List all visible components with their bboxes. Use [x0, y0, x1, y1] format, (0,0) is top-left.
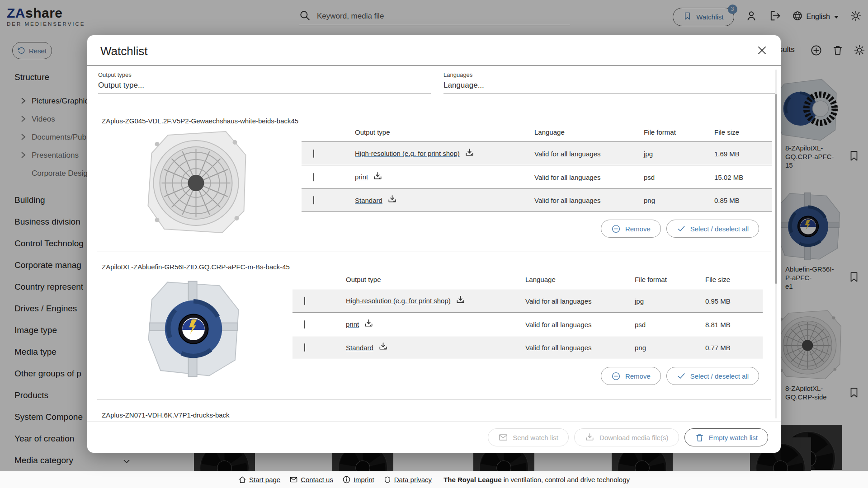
footer-link-imprint[interactable]: Imprint [342, 475, 374, 484]
modal-footer: Send watch list Download media file(s) E… [87, 422, 781, 453]
remove-button-label: Remove [625, 372, 651, 380]
row-checkbox[interactable] [313, 149, 314, 158]
table-row: High-resolution (e.g. for print shop) Va… [292, 289, 763, 312]
download-media-files-label: Download media file(s) [599, 434, 669, 441]
empty-watch-list-label: Empty watch list [709, 434, 758, 441]
column-header-file-size: File size [705, 276, 730, 283]
language-cell: Valid for all languages [534, 173, 600, 181]
file-format-cell: jpg [635, 297, 644, 305]
table-row: Standard Valid for all languages png 0.7… [292, 336, 763, 359]
output-type-link[interactable]: print [346, 320, 359, 328]
file-size-cell: 0.95 MB [705, 297, 731, 305]
file-format-cell: jpg [644, 150, 653, 157]
select-deselect-all-button[interactable]: Select / deselect all [666, 220, 759, 238]
product-image-fan [130, 128, 264, 236]
table-row: High-resolution (e.g. for print shop) Va… [302, 141, 772, 165]
home-icon [238, 476, 246, 484]
file-size-cell: 0.77 MB [705, 344, 731, 352]
file-size-cell: 8.81 MB [705, 320, 731, 328]
column-header-file-format: File format [635, 276, 667, 283]
column-header-language: Language [525, 276, 556, 283]
select-deselect-all-button[interactable]: Select / deselect all [666, 367, 759, 385]
footer-link-data-privacy[interactable]: Data privacy [383, 476, 432, 484]
table-row: print Valid for all languages psd 15.02 … [302, 165, 772, 188]
language-cell: Valid for all languages [534, 197, 600, 204]
file-format-cell: psd [635, 320, 646, 328]
download-icon[interactable] [363, 319, 374, 330]
output-types-filter-value[interactable]: Output type... [98, 81, 431, 90]
envelope-icon [289, 475, 298, 484]
column-header-language: Language [534, 128, 565, 136]
remove-button-label: Remove [625, 225, 651, 233]
column-header-file-format: File format [644, 128, 676, 136]
languages-filter-label: Languages [443, 71, 777, 78]
select-deselect-all-label: Select / deselect all [690, 372, 749, 380]
file-size-cell: 0.85 MB [714, 197, 740, 204]
modal-title: Watchlist [100, 44, 148, 58]
language-cell: Valid for all languages [525, 344, 591, 352]
shield-icon [383, 476, 392, 484]
row-checkbox[interactable] [313, 173, 314, 181]
column-header-output-type: Output type [346, 276, 381, 283]
file-format-cell: psd [644, 173, 655, 181]
download-icon[interactable] [387, 194, 397, 206]
download-icon[interactable] [378, 342, 388, 353]
download-icon[interactable] [455, 295, 466, 307]
row-checkbox[interactable] [304, 320, 305, 328]
media-files-table: Output type Language File format File si… [302, 123, 772, 212]
footer-link-start-page[interactable]: Start page [238, 476, 280, 484]
watchlist-modal: Watchlist Output types Output type... La… [87, 35, 781, 453]
output-type-link[interactable]: High-resolution (e.g. for print shop) [355, 150, 460, 157]
column-header-output-type: Output type [355, 128, 390, 136]
send-watch-list-label: Send watch list [513, 434, 558, 441]
product-image-fan [132, 277, 255, 381]
send-watch-list-button[interactable]: Send watch list [488, 428, 569, 446]
file-format-cell: png [644, 197, 655, 204]
section-divider [97, 252, 771, 252]
product-name: ZApilotXL-ZAbluefin-GR56I-ZID.GQ.CRP-aPF… [102, 263, 290, 271]
modal-scrollbar-thumb[interactable] [775, 94, 777, 284]
modal-header: Watchlist [87, 35, 781, 66]
remove-button[interactable]: Remove [601, 220, 661, 238]
file-format-cell: png [635, 344, 646, 352]
close-icon[interactable] [757, 45, 767, 57]
remove-button[interactable]: Remove [601, 367, 661, 385]
language-cell: Valid for all languages [534, 150, 600, 157]
languages-filter[interactable]: Languages Language... [443, 71, 777, 94]
download-icon[interactable] [373, 171, 383, 183]
column-header-file-size: File size [714, 128, 739, 136]
output-type-link[interactable]: Standard [346, 344, 373, 352]
file-size-cell: 15.02 MB [714, 173, 743, 181]
languages-filter-value[interactable]: Language... [443, 81, 777, 90]
product-name: ZAplus-ZG045-VDL.2F.V5P2-Gewaechshaus-wh… [102, 117, 298, 125]
output-types-filter[interactable]: Output types Output type... [98, 71, 431, 94]
table-header-row: Output type Language File format File si… [302, 123, 772, 141]
output-type-link[interactable]: Standard [355, 197, 382, 204]
file-size-cell: 1.69 MB [714, 150, 740, 157]
language-cell: Valid for all languages [525, 297, 591, 305]
output-type-link[interactable]: print [355, 173, 368, 181]
page-footer: Start page Contact us Imprint Data priva… [0, 471, 868, 488]
select-deselect-all-label: Select / deselect all [690, 225, 749, 233]
output-types-filter-label: Output types [98, 71, 431, 78]
table-header-row: Output type Language File format File si… [292, 271, 763, 289]
output-type-link[interactable]: High-resolution (e.g. for print shop) [346, 297, 451, 305]
row-checkbox[interactable] [313, 196, 314, 205]
row-checkbox[interactable] [304, 296, 305, 305]
row-checkbox[interactable] [304, 343, 305, 352]
table-row: print Valid for all languages psd 8.81 M… [292, 312, 763, 336]
download-media-files-button[interactable]: Download media file(s) [574, 428, 679, 446]
table-row: Standard Valid for all languages png 0.8… [302, 188, 772, 212]
empty-watch-list-button[interactable]: Empty watch list [684, 428, 768, 446]
download-icon[interactable] [464, 148, 475, 160]
media-files-table: Output type Language File format File si… [292, 271, 763, 359]
footer-tagline: The Royal League in ventilation, control… [443, 476, 630, 483]
section-divider [97, 399, 771, 399]
product-name: ZAplus-ZN071-VDH.6K.V7P1-drucks-back [102, 411, 230, 419]
language-cell: Valid for all languages [525, 320, 591, 328]
footer-link-contact-us[interactable]: Contact us [289, 475, 333, 484]
info-icon [342, 475, 351, 484]
